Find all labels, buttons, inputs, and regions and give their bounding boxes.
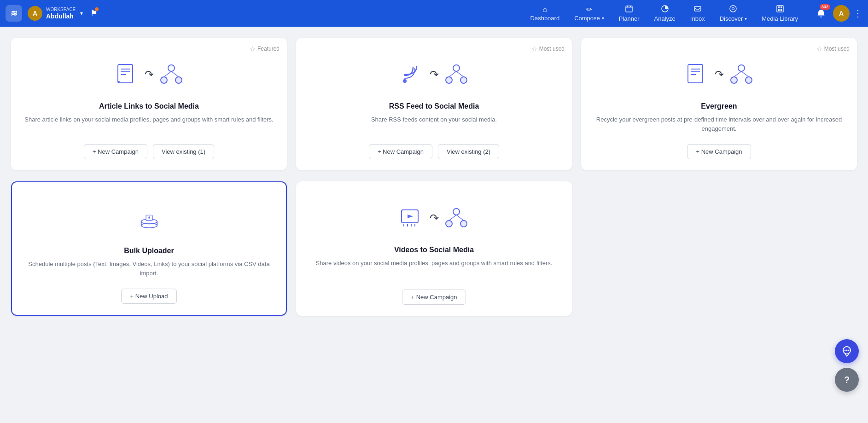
card-title-article-links: Article Links to Social Media xyxy=(99,102,199,110)
svg-point-49 xyxy=(460,220,467,227)
bulk-upload-icon xyxy=(137,207,161,231)
svg-point-19 xyxy=(161,77,167,83)
nav-label-discover: Discover xyxy=(720,15,743,22)
more-menu-icon[interactable]: ⋮ xyxy=(853,8,862,19)
svg-point-48 xyxy=(446,220,452,227)
app-logo[interactable]: ≋ xyxy=(6,5,22,22)
social-network-icon-videos xyxy=(444,206,468,230)
nav-item-media-library[interactable]: Media Library xyxy=(754,1,805,26)
evergreen-doc-icon xyxy=(685,63,709,87)
social-network-icon-evergreen xyxy=(729,63,753,87)
nav-item-inbox[interactable]: Inbox xyxy=(683,1,712,26)
cards-top-row: ☆ Featured ↷ Article Links to Social Med… xyxy=(0,27,868,181)
star-icon: ☆ xyxy=(531,45,537,52)
card-badge-featured: ☆ Featured xyxy=(250,45,280,52)
card-desc-videos-social: Share videos on your social media profil… xyxy=(316,259,553,278)
card-evergreen: ☆ Most used ↷ Evergreen Recycle your eve… xyxy=(581,38,857,170)
card-desc-article-links: Share article links on your social media… xyxy=(24,115,273,133)
svg-point-53 xyxy=(845,350,846,351)
notifications-button[interactable]: 332 xyxy=(813,5,829,22)
flag-dot xyxy=(95,7,99,11)
new-upload-button[interactable]: + New Upload xyxy=(121,289,176,304)
new-campaign-button-article[interactable]: + New Campaign xyxy=(84,144,147,159)
svg-point-25 xyxy=(446,77,452,83)
svg-point-17 xyxy=(118,81,120,83)
svg-line-50 xyxy=(449,215,456,220)
view-existing-button-rss[interactable]: View existing (2) xyxy=(438,144,499,159)
nav-item-dashboard[interactable]: ⌂ Dashboard xyxy=(523,2,567,25)
card-badge-most-used-rss: ☆ Most used xyxy=(531,45,565,52)
notification-badge: 332 xyxy=(820,4,830,10)
nav-item-analyze[interactable]: Analyze xyxy=(647,1,683,26)
workspace-avatar: A xyxy=(28,6,42,21)
rss-icon xyxy=(400,63,424,87)
svg-rect-11 xyxy=(778,9,780,11)
svg-point-34 xyxy=(731,77,737,83)
user-avatar[interactable]: A xyxy=(833,5,850,22)
svg-point-20 xyxy=(175,77,182,83)
svg-line-37 xyxy=(741,71,749,77)
card-title-rss: RSS Feed to Social Media xyxy=(389,102,479,110)
svg-point-18 xyxy=(168,65,175,71)
svg-point-35 xyxy=(746,77,752,83)
svg-line-22 xyxy=(171,71,179,77)
compose-icon: ✏ xyxy=(586,5,592,14)
svg-point-6 xyxy=(730,6,736,12)
nav-label-planner: Planner xyxy=(619,15,640,22)
discover-chevron-icon: ▾ xyxy=(745,16,747,21)
navbar: ≋ A WORKSPACE Abdullah ▾ ⚑ ⌂ Dashboard ✏… xyxy=(0,0,868,27)
workspace-label: WORKSPACE xyxy=(46,7,76,12)
card-title-videos-social: Videos to Social Media xyxy=(394,246,474,254)
video-icon xyxy=(400,206,424,230)
cards-bottom-row: Bulk Uploader Schedule multiple posts (T… xyxy=(0,181,868,327)
card-rss-feed: ☆ Most used ↷ RSS Feed to Social Media S… xyxy=(296,38,572,170)
card-desc-rss: Share RSS feeds content on your social m… xyxy=(371,115,497,133)
card-title-evergreen: Evergreen xyxy=(701,102,737,110)
article-icon xyxy=(115,63,139,87)
chatbot-fab-button[interactable] xyxy=(835,339,859,363)
inbox-icon xyxy=(694,5,701,14)
svg-point-47 xyxy=(453,209,460,215)
nav-items: ⌂ Dashboard ✏ Compose ▾ Planner Analyze xyxy=(523,1,805,26)
nav-label-dashboard: Dashboard xyxy=(530,15,560,22)
nav-label-compose: Compose xyxy=(574,15,600,22)
svg-point-33 xyxy=(738,65,745,71)
svg-rect-0 xyxy=(626,6,632,12)
svg-line-27 xyxy=(449,71,456,77)
flag-button[interactable]: ⚑ xyxy=(90,8,98,18)
arrow-icon: ↷ xyxy=(145,68,154,81)
workspace-selector[interactable]: A WORKSPACE Abdullah ▾ xyxy=(28,6,83,21)
nav-item-discover[interactable]: Discover ▾ xyxy=(712,1,755,26)
compose-chevron-icon: ▾ xyxy=(602,16,604,21)
svg-point-54 xyxy=(846,350,848,351)
svg-rect-12 xyxy=(781,9,782,11)
svg-rect-10 xyxy=(781,6,782,8)
svg-line-21 xyxy=(164,71,171,77)
card-desc-evergreen: Recycle your evergreen posts at pre-defi… xyxy=(592,115,846,133)
card-article-links: ☆ Featured ↷ Article Links to Social Med… xyxy=(11,38,287,170)
nav-label-analyze: Analyze xyxy=(654,15,676,22)
nav-label-inbox: Inbox xyxy=(690,15,705,22)
svg-point-23 xyxy=(403,79,407,83)
card-badge-most-used-evergreen: ☆ Most used xyxy=(816,45,850,52)
nav-label-media-library: Media Library xyxy=(762,15,798,22)
analyze-icon xyxy=(661,5,669,14)
svg-point-7 xyxy=(732,7,734,10)
social-network-icon xyxy=(159,63,183,87)
nav-item-planner[interactable]: Planner xyxy=(612,1,647,26)
card-videos-social: ↷ Videos to Social Media Share videos on… xyxy=(296,181,572,316)
card-title-bulk-uploader: Bulk Uploader xyxy=(124,247,174,255)
workspace-chevron-icon: ▾ xyxy=(80,10,83,17)
card-bulk-uploader: Bulk Uploader Schedule multiple posts (T… xyxy=(11,181,287,316)
new-campaign-button-evergreen[interactable]: + New Campaign xyxy=(687,144,751,159)
discover-icon xyxy=(729,5,737,14)
arrow-icon: ↷ xyxy=(715,68,724,81)
new-campaign-button-videos[interactable]: + New Campaign xyxy=(402,290,466,305)
svg-line-28 xyxy=(456,71,464,77)
view-existing-button-article[interactable]: View existing (1) xyxy=(153,144,214,159)
help-fab-button[interactable]: ? xyxy=(835,368,859,392)
card-desc-bulk-uploader: Schedule multiple posts (Text, Images, V… xyxy=(23,260,275,278)
svg-line-36 xyxy=(734,71,741,77)
nav-item-compose[interactable]: ✏ Compose ▾ xyxy=(567,1,612,25)
new-campaign-button-rss[interactable]: + New Campaign xyxy=(369,144,432,159)
